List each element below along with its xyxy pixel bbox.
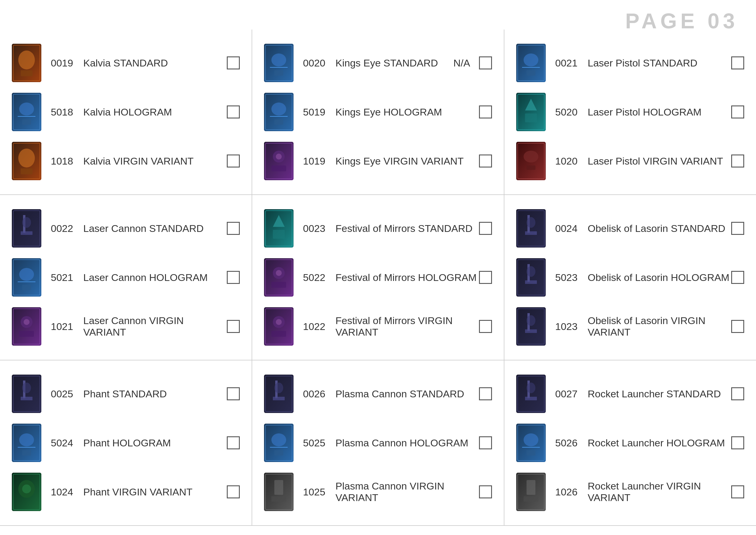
svg-rect-113 (516, 375, 546, 413)
item-checkbox[interactable] (731, 222, 744, 235)
item-checkbox[interactable] (479, 436, 492, 449)
list-item: 0022Laser Cannon STANDARD (0, 204, 252, 253)
svg-rect-108 (516, 307, 546, 346)
item-number: 1026 (555, 486, 588, 498)
item-checkbox[interactable] (479, 155, 492, 167)
item-checkbox[interactable] (479, 105, 492, 119)
card-thumbnail (264, 209, 293, 247)
item-number: 5018 (51, 106, 83, 118)
item-na-label: N/A (453, 57, 470, 69)
item-checkbox[interactable] (731, 320, 744, 333)
item-number: 5024 (51, 437, 83, 449)
svg-point-26 (24, 319, 30, 325)
card-thumbnail (516, 142, 546, 180)
column-3: 0021Laser Pistol STANDARD 5020Laser Pist… (504, 30, 756, 526)
card-thumbnail (516, 473, 546, 511)
item-checkbox[interactable] (479, 56, 492, 70)
item-checkbox[interactable] (479, 222, 492, 235)
card-thumbnail (264, 142, 293, 180)
item-checkbox[interactable] (227, 271, 240, 284)
item-checkbox[interactable] (479, 271, 492, 284)
item-checkbox[interactable] (479, 387, 492, 400)
svg-point-11 (18, 149, 35, 167)
item-number: 1019 (303, 155, 336, 167)
item-number: 0021 (555, 57, 588, 69)
svg-rect-22 (22, 285, 31, 290)
item-checkbox[interactable] (479, 485, 492, 498)
item-checkbox[interactable] (479, 320, 492, 333)
item-checkbox[interactable] (731, 485, 744, 498)
item-checkbox[interactable] (227, 387, 240, 400)
card-thumbnail (264, 473, 293, 511)
list-item: 5023Obelisk of Lasorin HOLOGRAM (504, 253, 756, 302)
svg-point-44 (271, 53, 286, 67)
card-thumbnail (264, 375, 293, 413)
card-thumbnail (12, 93, 41, 131)
item-checkbox[interactable] (227, 436, 240, 449)
group-g8: 0024Obelisk of Lasorin STANDARD 5023Obel… (504, 195, 756, 360)
list-item: 0025Phant STANDARD (0, 369, 252, 418)
item-label: Phant HOLOGRAM (83, 437, 227, 449)
item-number: 1018 (51, 155, 83, 167)
svg-rect-122 (526, 450, 535, 456)
item-label: Rocket Launcher HOLOGRAM (588, 437, 731, 449)
list-item: 5020Laser Pistol HOLOGRAM (504, 87, 756, 136)
svg-rect-74 (273, 397, 285, 400)
item-number: 0022 (51, 223, 83, 234)
item-label: Laser Cannon STANDARD (83, 223, 227, 234)
item-number: 0027 (555, 388, 588, 400)
svg-point-75 (274, 382, 283, 393)
item-checkbox[interactable] (731, 387, 744, 400)
list-item: 1020Laser Pistol VIRGIN VARIANT (504, 136, 756, 185)
main-grid: 0019Kalvia STANDARD 5018Kalvia HOLOGRAM … (0, 0, 756, 526)
list-item: 0020Kings Eye STANDARDN/A (252, 39, 504, 87)
item-checkbox[interactable] (731, 105, 744, 119)
item-checkbox[interactable] (227, 320, 240, 333)
card-thumbnail (516, 424, 546, 462)
item-checkbox[interactable] (227, 56, 240, 70)
svg-point-69 (276, 319, 282, 325)
list-item: 1022Festival of Mirrors VIRGIN VARIANT (252, 302, 504, 351)
svg-rect-106 (525, 280, 537, 284)
item-label: Obelisk of Lasorin HOLOGRAM (588, 272, 731, 283)
svg-point-55 (276, 154, 282, 159)
group-g4: 0020Kings Eye STANDARDN/A 5019Kings Eye … (252, 30, 504, 195)
item-number: 5022 (303, 272, 336, 283)
group-g5: 0023Festival of Mirrors STANDARD 5022Fes… (252, 195, 504, 360)
list-item: 5024Phant HOLOGRAM (0, 418, 252, 467)
item-checkbox[interactable] (731, 56, 744, 70)
item-number: 1022 (303, 321, 336, 332)
item-checkbox[interactable] (227, 222, 240, 235)
svg-rect-84 (271, 496, 286, 502)
list-item: 1019Kings Eye VIRGIN VARIANT (252, 136, 504, 185)
item-number: 0025 (51, 388, 83, 400)
svg-rect-65 (271, 282, 286, 288)
item-checkbox[interactable] (731, 271, 744, 284)
list-item: 1025Plasma Cannon VIRGIN VARIANT (252, 467, 504, 517)
item-number: 0024 (555, 223, 588, 234)
card-thumbnail (516, 209, 546, 247)
item-label: Obelisk of Lasorin STANDARD (588, 223, 731, 234)
item-label: Laser Cannon HOLOGRAM (83, 272, 227, 283)
svg-point-49 (271, 102, 286, 116)
item-checkbox[interactable] (227, 155, 240, 167)
list-item: 0019Kalvia STANDARD (0, 39, 252, 87)
item-checkbox[interactable] (731, 436, 744, 449)
svg-rect-98 (516, 209, 546, 247)
svg-point-32 (22, 382, 31, 393)
item-number: 5020 (555, 106, 588, 118)
item-label: Obelisk of Lasorin VIRGIN VARIANT (588, 315, 731, 338)
list-item: 1023Obelisk of Lasorin VIRGIN VARIANT (504, 302, 756, 351)
svg-rect-13 (12, 209, 41, 247)
item-checkbox[interactable] (227, 105, 240, 119)
svg-point-35 (19, 434, 34, 446)
list-item: 0023Festival of Mirrors STANDARD (252, 204, 504, 253)
svg-point-17 (22, 217, 31, 228)
item-checkbox[interactable] (227, 485, 240, 498)
svg-point-20 (19, 268, 34, 281)
card-thumbnail (516, 44, 546, 82)
card-thumbnail (12, 258, 41, 296)
item-checkbox[interactable] (731, 155, 744, 167)
item-number: 5025 (303, 437, 336, 449)
item-label: Plasma Cannon STANDARD (336, 388, 479, 400)
